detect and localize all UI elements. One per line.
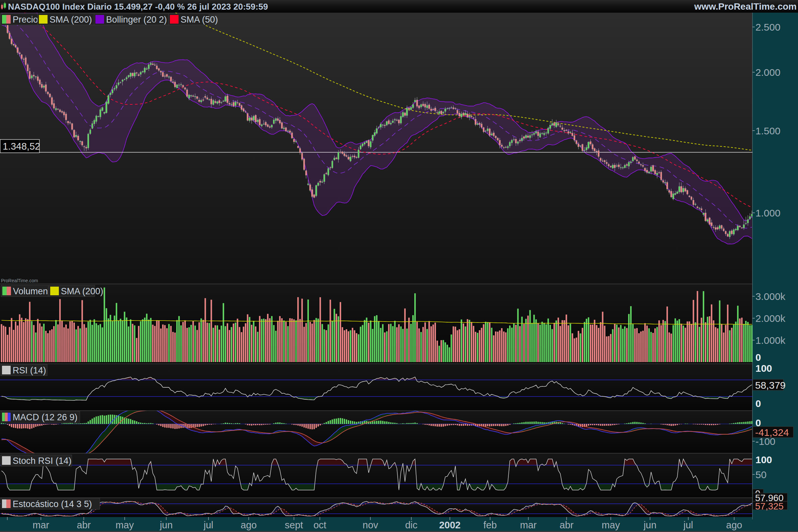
svg-text:nov: nov bbox=[363, 520, 378, 530]
svg-text:MACD (12 26 9): MACD (12 26 9) bbox=[13, 412, 77, 422]
svg-text:3.000k: 3.000k bbox=[756, 291, 786, 302]
svg-text:sept: sept bbox=[285, 520, 303, 530]
svg-text:100: 100 bbox=[756, 454, 772, 465]
svg-text:NASDAQ100 Index Diario 15.499,: NASDAQ100 Index Diario 15.499,27 -0,40 %… bbox=[8, 2, 268, 12]
svg-text:abr: abr bbox=[77, 520, 91, 530]
svg-text:jul: jul bbox=[203, 520, 213, 530]
svg-text:2002: 2002 bbox=[439, 520, 461, 530]
svg-text:58,379: 58,379 bbox=[755, 380, 786, 391]
svg-text:abr: abr bbox=[559, 520, 573, 530]
svg-text:mar: mar bbox=[520, 520, 537, 530]
svg-text:2.500: 2.500 bbox=[756, 22, 780, 33]
svg-text:may: may bbox=[602, 520, 620, 530]
svg-text:www.ProRealTime.com: www.ProRealTime.com bbox=[694, 1, 797, 12]
svg-text:57,325: 57,325 bbox=[755, 501, 784, 511]
svg-text:jul: jul bbox=[683, 520, 693, 530]
svg-text:feb: feb bbox=[483, 520, 497, 530]
svg-text:ago: ago bbox=[241, 520, 257, 530]
svg-text:1.348,52: 1.348,52 bbox=[3, 141, 40, 152]
svg-text:mar: mar bbox=[33, 520, 49, 530]
svg-text:RSI (14): RSI (14) bbox=[13, 365, 46, 375]
svg-text:jun: jun bbox=[159, 520, 173, 530]
svg-text:ProRealTime.com: ProRealTime.com bbox=[1, 278, 38, 283]
svg-text:1.500: 1.500 bbox=[756, 125, 780, 136]
svg-text:1.000k: 1.000k bbox=[756, 335, 786, 346]
svg-text:-41,324: -41,324 bbox=[755, 427, 789, 438]
svg-text:SMA (200): SMA (200) bbox=[50, 15, 92, 25]
svg-text:0: 0 bbox=[756, 352, 761, 363]
svg-text:may: may bbox=[116, 520, 134, 530]
svg-text:50: 50 bbox=[756, 469, 766, 480]
svg-text:oct: oct bbox=[314, 520, 326, 530]
svg-text:0: 0 bbox=[756, 398, 761, 409]
svg-text:jun: jun bbox=[643, 520, 657, 530]
svg-text:Stoch RSI (14): Stoch RSI (14) bbox=[13, 456, 72, 466]
svg-text:1.000: 1.000 bbox=[756, 208, 780, 218]
svg-text:Precio: Precio bbox=[13, 15, 38, 25]
svg-text:SMA (50): SMA (50) bbox=[180, 15, 218, 25]
svg-text:Volumen: Volumen bbox=[13, 286, 48, 296]
svg-text:2.000: 2.000 bbox=[756, 67, 780, 78]
svg-text:Bollinger (20 2): Bollinger (20 2) bbox=[106, 15, 167, 25]
svg-text:ago: ago bbox=[726, 520, 742, 530]
svg-text:Estocástico (14 3 5): Estocástico (14 3 5) bbox=[13, 499, 92, 509]
svg-text:2.000k: 2.000k bbox=[756, 313, 786, 324]
svg-text:SMA (200): SMA (200) bbox=[61, 286, 103, 296]
svg-text:dic: dic bbox=[405, 520, 417, 530]
svg-text:100: 100 bbox=[756, 363, 772, 374]
